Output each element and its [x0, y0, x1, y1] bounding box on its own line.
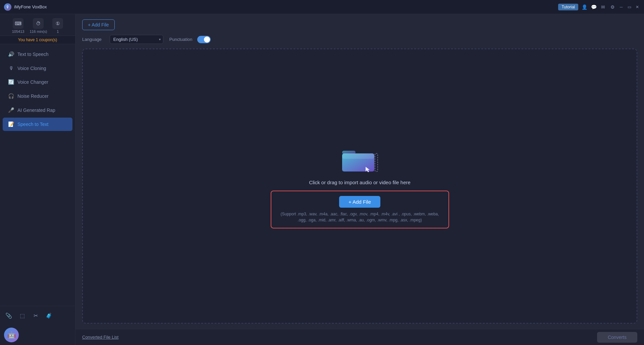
sidebar-item-noise-reducer[interactable]: 🎧 Noise Reducer — [3, 89, 72, 103]
mail-icon[interactable]: ✉ — [600, 4, 606, 10]
sidebar-item-voice-changer[interactable]: 🔄 Voice Changer — [3, 75, 72, 89]
sidebar-item-speech-to-text[interactable]: 📝 Speech to Text — [3, 118, 72, 131]
sidebar-stats: ⌨ 105413 ⏱ 116 min(s) ① 1 — [0, 14, 75, 36]
credits-value: 1 — [57, 29, 59, 33]
app-title: iMyFone VoxBox — [14, 4, 558, 9]
drop-zone-content: Click or drag to import audio or video f… — [271, 144, 449, 228]
toggle-knob — [204, 37, 210, 43]
nav-icon-voice-cloning: 🎙 — [8, 65, 14, 71]
title-bar-controls: Tutorial 👤 💬 ✉ ⚙ ─ ▭ ✕ — [558, 4, 640, 10]
nav-icon-voice-changer: 🔄 — [8, 79, 14, 85]
scissors-icon[interactable]: ✂ — [30, 309, 42, 322]
svg-rect-3 — [375, 153, 378, 171]
add-file-box-button[interactable]: + Add File — [339, 196, 380, 208]
stat-mins: ⏱ 116 min(s) — [30, 18, 47, 33]
coupon-banner: You have 1 coupon(s) — [0, 36, 75, 44]
nav-label-text-to-speech: Text to Speech — [17, 52, 49, 57]
add-file-box: + Add File (Support .mp3, .wav, .m4a, .a… — [271, 191, 449, 228]
edit-icon[interactable]: ⬚ — [16, 309, 28, 322]
credits-icon: ① — [52, 18, 63, 29]
toolbar-row: + Add File — [82, 19, 637, 30]
converted-file-list-link[interactable]: Converted File List — [82, 335, 118, 340]
nav-icon-text-to-speech: 🔊 — [8, 51, 14, 57]
nav-icon-noise-reducer: 🎧 — [8, 93, 14, 99]
add-file-button[interactable]: + Add File — [82, 19, 115, 30]
robot-avatar: 🤖 — [4, 328, 19, 342]
main-layout: ⌨ 105413 ⏱ 116 min(s) ① 1 You have 1 cou… — [0, 14, 644, 345]
content-footer: Converted File List Converts — [75, 329, 644, 345]
user-icon[interactable]: 👤 — [581, 4, 588, 10]
attachment-icon[interactable]: 📎 — [3, 309, 15, 322]
punctuation-label: Punctuation — [169, 37, 193, 42]
content-main: + Add File Language English (US)English … — [75, 14, 644, 329]
chars-value: 105413 — [12, 29, 24, 33]
nav-label-voice-changer: Voice Changer — [17, 79, 48, 85]
nav-icon-ai-generated-rap: 🎤 — [8, 107, 14, 113]
sidebar-item-text-to-speech[interactable]: 🔊 Text to Speech — [3, 48, 72, 61]
stat-credits: ① 1 — [52, 18, 63, 33]
mins-icon: ⏱ — [33, 18, 44, 29]
language-select[interactable]: English (US)English (UK)SpanishFrenchGer… — [110, 35, 163, 44]
app-logo: 🎙 — [4, 3, 11, 11]
nav-label-speech-to-text: Speech to Text — [17, 122, 48, 127]
tutorial-button[interactable]: Tutorial — [558, 4, 578, 10]
language-label: Language — [82, 37, 102, 42]
sidebar-item-voice-cloning[interactable]: 🎙 Voice Cloning — [3, 62, 72, 75]
minimize-button[interactable]: ─ — [619, 4, 624, 10]
svg-rect-2 — [342, 153, 374, 159]
mins-value: 116 min(s) — [30, 29, 47, 33]
punctuation-group: Punctuation — [169, 36, 211, 43]
sidebar-item-ai-generated-rap[interactable]: 🎤 AI Generated Rap — [3, 104, 72, 117]
sidebar: ⌨ 105413 ⏱ 116 min(s) ① 1 You have 1 cou… — [0, 14, 75, 345]
punctuation-toggle[interactable] — [197, 36, 211, 43]
close-button[interactable]: ✕ — [635, 4, 640, 10]
bag-icon[interactable]: 🧳 — [43, 309, 55, 322]
nav-icon-speech-to-text: 📝 — [8, 121, 14, 127]
convert-button[interactable]: Converts — [597, 332, 637, 343]
nav-label-noise-reducer: Noise Reducer — [17, 93, 49, 99]
nav-label-ai-generated-rap: AI Generated Rap — [17, 108, 55, 113]
content-area: + Add File Language English (US)English … — [75, 14, 644, 345]
maximize-button[interactable]: ▭ — [627, 4, 632, 10]
chat-icon[interactable]: 💬 — [590, 4, 597, 10]
sidebar-robot: 🤖 — [0, 325, 75, 345]
nav-label-voice-cloning: Voice Cloning — [17, 66, 46, 71]
chars-icon: ⌨ — [13, 18, 23, 29]
drop-zone[interactable]: Click or drag to import audio or video f… — [82, 49, 637, 324]
folder-icon — [341, 144, 378, 174]
sidebar-nav: 🔊 Text to Speech 🎙 Voice Cloning 🔄 Voice… — [0, 44, 75, 306]
drop-hint-text: Click or drag to import audio or video f… — [309, 180, 411, 185]
sidebar-bottom: 📎 ⬚ ✂ 🧳 — [0, 306, 75, 325]
language-select-wrapper: English (US)English (UK)SpanishFrenchGer… — [110, 35, 163, 44]
supported-formats: (Support .mp3, .wav, .m4a, .aac, .flac, … — [279, 211, 440, 223]
settings-icon[interactable]: ⚙ — [609, 4, 616, 10]
stat-chars: ⌨ 105413 — [12, 18, 24, 33]
title-bar: 🎙 iMyFone VoxBox Tutorial 👤 💬 ✉ ⚙ ─ ▭ ✕ — [0, 0, 644, 14]
settings-row: Language English (US)English (UK)Spanish… — [82, 35, 637, 44]
